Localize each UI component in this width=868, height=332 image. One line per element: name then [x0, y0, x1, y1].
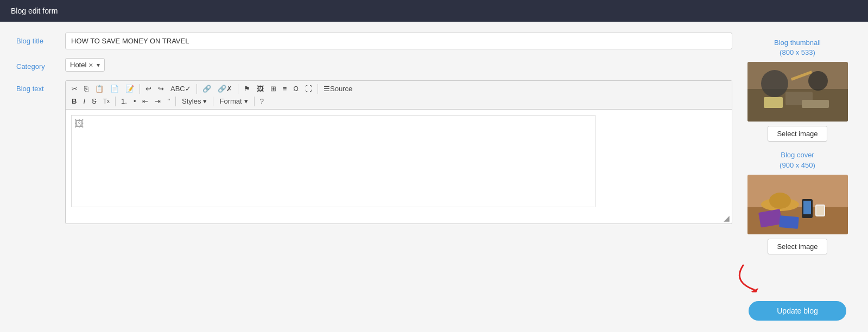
thumbnail-image: [747, 62, 848, 122]
category-label: Category: [16, 58, 65, 71]
thumbnail-preview: [747, 62, 848, 122]
category-row: Category Hotel × ▾: [16, 58, 732, 72]
category-dropdown-arrow[interactable]: ▾: [97, 61, 100, 69]
fullscreen-btn[interactable]: ⛶: [302, 83, 315, 94]
editor-resize-handle[interactable]: ◢: [66, 213, 732, 224]
source-label: Source: [330, 85, 352, 93]
cover-section: Blog cover (900 x 450): [743, 150, 852, 254]
category-value: Hotel: [70, 61, 86, 69]
divider-1: [140, 84, 140, 94]
help-btn[interactable]: ?: [257, 95, 267, 107]
svg-rect-17: [779, 215, 799, 229]
align-btn[interactable]: ≡: [280, 83, 290, 94]
arrow-annotation-svg: [727, 260, 792, 292]
format-dropdown[interactable]: Format ▾: [216, 95, 251, 107]
form-section: Blog title Category Hotel × ▾ Blog text: [16, 33, 732, 321]
divider-6: [175, 97, 176, 106]
category-remove-icon[interactable]: ×: [88, 61, 93, 69]
divider-4: [318, 84, 318, 94]
unlink-btn[interactable]: 🔗✗: [215, 83, 235, 94]
svg-point-11: [769, 193, 791, 209]
source-icon: ☰: [324, 85, 330, 93]
decrease-indent-btn[interactable]: ⇤: [140, 95, 151, 107]
copy-btn[interactable]: ⎘: [81, 83, 91, 94]
paste-plain-btn[interactable]: 📄: [107, 83, 122, 94]
clear-format-btn[interactable]: Tx: [100, 96, 112, 107]
blog-title-control: [65, 33, 732, 49]
bold-btn[interactable]: B: [69, 95, 79, 107]
divider-5: [115, 97, 116, 106]
blockquote-btn[interactable]: ": [164, 95, 173, 107]
cover-label: Blog cover (900 x 450): [780, 150, 815, 170]
svg-rect-6: [764, 97, 783, 108]
redo-btn[interactable]: ↪: [155, 83, 167, 94]
cover-select-btn[interactable]: Select image: [768, 239, 827, 254]
ordered-list-btn[interactable]: 1.: [118, 95, 130, 107]
divider-7: [213, 97, 213, 106]
svg-rect-15: [816, 206, 824, 215]
styles-label: Styles: [182, 97, 201, 105]
table-btn[interactable]: ⊞: [268, 83, 279, 94]
source-btn[interactable]: ☰ Source: [321, 83, 355, 94]
broken-image-icon: 🖼: [74, 118, 84, 129]
flag-btn[interactable]: ⚑: [241, 83, 253, 94]
increase-indent-btn[interactable]: ⇥: [152, 95, 163, 107]
update-blog-btn[interactable]: Update blog: [749, 301, 846, 321]
thumbnail-section: Blog thumbnail (800 x 533) Select image: [743, 38, 852, 142]
unordered-list-btn[interactable]: •: [131, 95, 139, 107]
divider-2: [197, 84, 197, 94]
format-arrow-icon: ▾: [244, 97, 248, 105]
paste-btn[interactable]: 📋: [92, 83, 106, 94]
paste-word-btn[interactable]: 📝: [123, 83, 137, 94]
link-btn[interactable]: 🔗: [200, 83, 214, 94]
category-tag: Hotel ×: [70, 61, 93, 69]
blog-text-row: Blog text ✂ ⎘ 📋 📄 📝 ↩: [16, 80, 732, 224]
toolbar-row-1: ✂ ⎘ 📋 📄 📝 ↩ ↪ ABC✓ 🔗 🔗✗: [69, 83, 728, 94]
cover-image: [747, 175, 848, 234]
thumbnail-label: Blog thumbnail (800 x 533): [774, 38, 821, 58]
category-select-wrapper[interactable]: Hotel × ▾: [65, 58, 105, 72]
spellcheck-btn[interactable]: ABC✓: [168, 83, 194, 94]
blog-title-row: Blog title: [16, 33, 732, 49]
category-control: Hotel × ▾: [65, 58, 732, 72]
divider-3: [238, 84, 238, 94]
styles-dropdown[interactable]: Styles ▾: [179, 95, 210, 107]
editor-content-area[interactable]: 🖼: [71, 115, 595, 207]
main-content: Blog title Category Hotel × ▾ Blog text: [0, 22, 868, 331]
blog-title-input[interactable]: [65, 33, 732, 49]
format-label: Format: [219, 97, 242, 105]
svg-rect-13: [803, 201, 811, 214]
top-bar: Blog edit form: [0, 0, 868, 22]
special-char-btn[interactable]: Ω: [290, 83, 301, 94]
cover-preview: [747, 175, 848, 234]
cover-label-text: Blog cover: [781, 151, 814, 159]
thumbnail-dimensions: (800 x 533): [780, 48, 815, 56]
undo-btn[interactable]: ↩: [143, 83, 154, 94]
thumbnail-label-text: Blog thumbnail: [774, 39, 821, 47]
svg-rect-7: [802, 100, 829, 108]
blog-title-label: Blog title: [16, 33, 65, 45]
cut-btn[interactable]: ✂: [69, 83, 80, 94]
right-panel: Blog thumbnail (800 x 533) Select image: [743, 33, 852, 321]
editor-body: 🖼: [66, 110, 732, 213]
divider-8: [254, 97, 255, 106]
thumbnail-select-btn[interactable]: Select image: [768, 126, 827, 142]
editor-toolbar: ✂ ⎘ 📋 📄 📝 ↩ ↪ ABC✓ 🔗 🔗✗: [66, 81, 732, 110]
editor-wrapper: ✂ ⎘ 📋 📄 📝 ↩ ↪ ABC✓ 🔗 🔗✗: [65, 80, 732, 224]
blog-text-label: Blog text: [16, 80, 65, 93]
image-btn[interactable]: 🖼: [254, 83, 267, 94]
toolbar-row-2: B I S Tx 1. • ⇤ ⇥ " Styles: [69, 95, 728, 107]
italic-btn[interactable]: I: [80, 95, 88, 107]
page-title: Blog edit form: [11, 7, 58, 15]
svg-point-2: [761, 70, 788, 97]
strikethrough-btn[interactable]: S: [89, 95, 99, 107]
svg-point-5: [808, 71, 828, 91]
editor-section: ✂ ⎘ 📋 📄 📝 ↩ ↪ ABC✓ 🔗 🔗✗: [65, 80, 732, 224]
cover-dimensions: (900 x 450): [780, 161, 815, 169]
styles-arrow-icon: ▾: [203, 97, 207, 105]
